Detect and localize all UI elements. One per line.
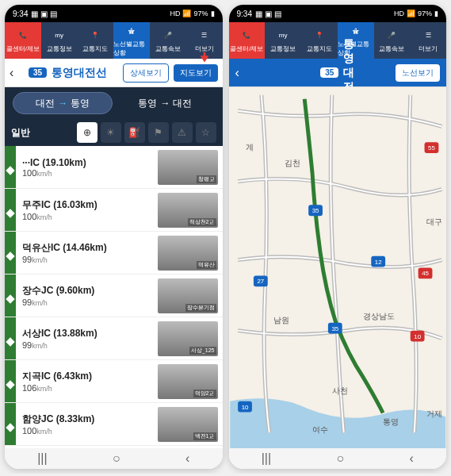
- cctv-thumbnail[interactable]: 서상_125: [158, 321, 218, 356]
- nav-traffic-news[interactable]: 🎤교통속보: [374, 22, 411, 59]
- pointer-indicator-icon: [199, 52, 210, 63]
- filter-fuel-icon[interactable]: ⛽: [124, 122, 145, 143]
- phone-left-list-view: 9:34▦ ▣ ▤ HD📶97%▮ 📞콜센터/제보 my교통정보 📍교통지도 🛣…: [5, 5, 223, 469]
- map-canvas: 35 35 27 12 45 55 10 10 김천 대구 남원 경상남도 사천…: [229, 87, 447, 448]
- phone-icon: 📞: [16, 29, 30, 43]
- route-shield-icon: 35: [308, 205, 323, 216]
- cctv-thumbnail[interactable]: 창평교: [158, 150, 218, 185]
- back-softkey[interactable]: ‹: [410, 451, 414, 466]
- route-icon: 🛣: [124, 24, 139, 38]
- top-navigation: 📞콜센터/제보 my교통정보 📍교통지도 🛣노선별교통상황 🎤교통속보 ☰더보기: [229, 22, 447, 59]
- menu-icon: ☰: [421, 29, 435, 43]
- back-button[interactable]: ‹: [10, 66, 24, 80]
- map-label: 사천: [331, 386, 347, 395]
- pin-icon: 📍: [312, 29, 327, 43]
- home-button[interactable]: ○: [336, 451, 344, 466]
- route-icon: 🛣: [349, 24, 363, 38]
- map-label: 남원: [273, 316, 289, 324]
- route-shield-icon: 10: [410, 331, 424, 342]
- route-map[interactable]: 35 35 27 12 45 55 10 10 김천 대구 남원 경상남도 사천…: [229, 87, 447, 448]
- map-view-button[interactable]: 지도보기: [174, 64, 218, 82]
- home-button[interactable]: ○: [113, 451, 120, 466]
- svg-text:12: 12: [374, 259, 381, 266]
- map-label: 거제: [426, 409, 441, 418]
- route-shield-icon: 10: [238, 401, 252, 413]
- traffic-status-gutter: [5, 189, 16, 231]
- mic-icon: 🎤: [161, 29, 175, 43]
- filter-flag-icon[interactable]: ⚑: [148, 122, 169, 143]
- svg-text:35: 35: [331, 325, 338, 332]
- filter-sun-icon[interactable]: ☀: [101, 122, 121, 143]
- back-button[interactable]: ‹: [235, 66, 250, 80]
- traffic-status-gutter: [5, 274, 16, 317]
- filter-bar: 일반 ⊕ ☀ ⛽ ⚑ ⚠ ☆: [5, 119, 223, 146]
- my-icon: my: [52, 29, 67, 43]
- filter-label: 일반: [11, 126, 74, 140]
- traffic-status-gutter: [5, 232, 16, 274]
- svg-text:35: 35: [311, 207, 319, 214]
- cctv-thumbnail[interactable]: 적상천2교: [158, 193, 218, 228]
- android-statusbar: 9:34▦ ▣ ▤ HD📶97%▮: [5, 5, 223, 22]
- map-label: 계: [246, 143, 254, 152]
- android-statusbar: 9:34▦ ▣ ▤ HD📶97%▮: [229, 5, 447, 22]
- svg-text:45: 45: [422, 270, 429, 277]
- back-softkey[interactable]: ‹: [185, 451, 189, 466]
- arrow-right-icon: →: [58, 98, 67, 109]
- detail-view-button[interactable]: 상세보기: [123, 63, 169, 83]
- route-shield-icon: 27: [253, 275, 267, 286]
- list-item[interactable]: 함양JC (8.33km)100km/h백전1교: [5, 403, 223, 446]
- filter-star-icon[interactable]: ☆: [196, 122, 216, 143]
- top-navigation: 📞콜센터/제보 my교통정보 📍교통지도 🛣노선별교통상황 🎤교통속보 ☰더보기: [5, 22, 223, 59]
- clock: 9:34: [13, 10, 28, 18]
- cctv-thumbnail[interactable]: 덕유산: [158, 236, 218, 271]
- nav-traffic-info[interactable]: my교통정보: [41, 22, 78, 59]
- recent-apps-button[interactable]: |||: [37, 451, 47, 466]
- list-item[interactable]: 무주IC (16.03km)100km/h적상천2교: [5, 189, 223, 232]
- filter-target-icon[interactable]: ⊕: [77, 122, 97, 143]
- phone-icon: 📞: [239, 29, 254, 43]
- route-shield-icon: 12: [371, 256, 385, 267]
- nav-traffic-info[interactable]: my교통정보: [265, 22, 301, 59]
- list-item[interactable]: 덕유산IC (14.46km)99km/h덕유산: [5, 232, 223, 274]
- list-item[interactable]: 지곡IC (6.43km)106km/h덕암2교: [5, 360, 223, 403]
- nav-traffic-map[interactable]: 📍교통지도: [78, 22, 114, 59]
- direction-tongyeong-daejeon[interactable]: 통영→대전: [116, 92, 214, 114]
- pin-icon: 📍: [88, 29, 102, 43]
- nav-traffic-map[interactable]: 📍교통지도: [301, 22, 338, 59]
- route-shield-icon: 45: [418, 268, 432, 279]
- route-shield-icon: 55: [424, 142, 438, 153]
- map-label: 김천: [285, 159, 300, 167]
- route-titlebar: ‹ 35 통영대전선 상세보기 지도보기: [5, 59, 223, 87]
- route-titlebar-map: ‹ 35 통영대전선 노선보기: [229, 59, 447, 87]
- map-label: 경상남도: [363, 312, 395, 321]
- android-softkeys: ||| ○ ‹: [229, 448, 447, 469]
- cctv-thumbnail[interactable]: 덕암2교: [158, 364, 218, 399]
- svg-text:10: 10: [241, 404, 248, 411]
- svg-text:10: 10: [414, 333, 421, 340]
- list-item[interactable]: ···IC (19.10km)100km/h창평교: [5, 146, 223, 189]
- filter-warning-icon[interactable]: ⚠: [172, 122, 193, 143]
- traffic-status-gutter: [5, 403, 16, 445]
- direction-selector: 대전→통영 통영→대전: [5, 87, 223, 119]
- map-label: 여수: [312, 425, 328, 434]
- nav-traffic-news[interactable]: 🎤교통속보: [150, 22, 186, 59]
- cctv-thumbnail[interactable]: 장수분기점: [158, 278, 218, 313]
- segment-list[interactable]: ···IC (19.10km)100km/h창평교 무주IC (16.03km)…: [5, 146, 223, 448]
- nav-callcenter[interactable]: 📞콜센터/제보: [229, 22, 266, 59]
- list-item[interactable]: 장수JC (9.60km)99km/h장수분기점: [5, 274, 223, 317]
- list-item[interactable]: 서상IC (13.88km)99km/h서상_125: [5, 317, 223, 360]
- mic-icon: 🎤: [384, 29, 399, 43]
- nav-more[interactable]: ☰더보기: [410, 22, 446, 59]
- list-view-button[interactable]: 노선보기: [396, 64, 440, 82]
- phone-right-map-view: 9:34▦ ▣ ▤ HD📶97%▮ 📞콜센터/제보 my교통정보 📍교통지도 🛣…: [229, 5, 447, 469]
- nav-route-traffic[interactable]: 🛣노선별교통상황: [113, 22, 150, 59]
- direction-daejeon-tongyeong[interactable]: 대전→통영: [13, 92, 113, 114]
- recent-apps-button[interactable]: |||: [262, 451, 271, 466]
- map-label: 통영: [383, 417, 399, 426]
- map-label: 대구: [426, 217, 441, 226]
- arrow-right-icon: →: [160, 98, 170, 109]
- cctv-thumbnail[interactable]: 백전1교: [158, 407, 218, 442]
- android-softkeys: ||| ○ ‹: [5, 448, 223, 469]
- my-icon: my: [276, 29, 290, 43]
- nav-callcenter[interactable]: 📞콜센터/제보: [5, 22, 41, 59]
